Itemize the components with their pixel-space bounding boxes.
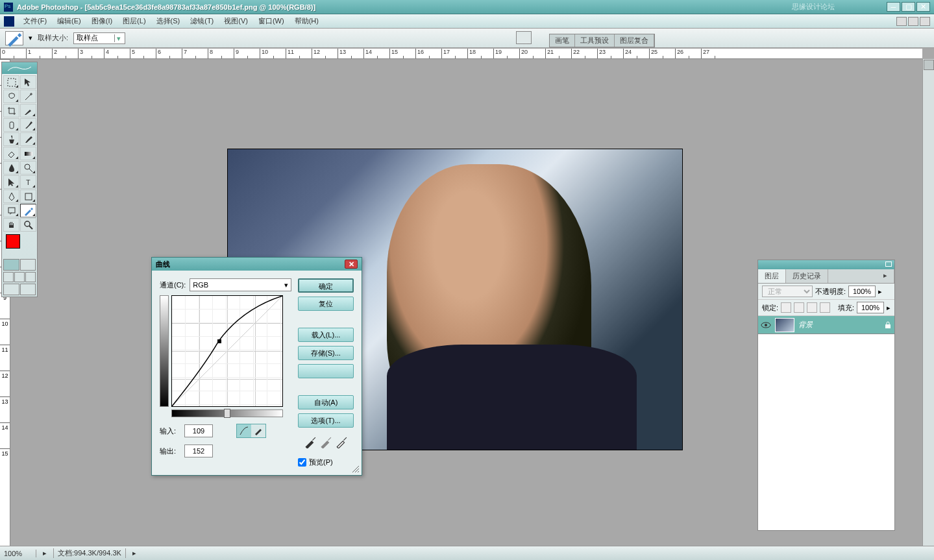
tab-history[interactable]: 历史记录 bbox=[786, 269, 828, 283]
shape-tool[interactable] bbox=[20, 189, 36, 203]
menu-image[interactable]: 图像(I) bbox=[86, 14, 117, 28]
resize-grip-icon[interactable] bbox=[351, 465, 359, 472]
maximize-button[interactable]: ▢ bbox=[902, 2, 915, 12]
menu-select[interactable]: 选择(S) bbox=[151, 14, 186, 28]
dodge-tool[interactable] bbox=[20, 161, 36, 175]
menu-help[interactable]: 帮助(H) bbox=[289, 14, 324, 28]
zoom-tool[interactable] bbox=[20, 218, 36, 232]
opacity-arrow-icon[interactable]: ▸ bbox=[878, 287, 882, 296]
preview-checkbox[interactable] bbox=[298, 458, 306, 467]
ruler-horizontal[interactable]: 0123456789101112131415161718192021222324… bbox=[0, 49, 922, 59]
layers-list[interactable]: 背景 bbox=[758, 316, 894, 530]
marquee-tool[interactable] bbox=[3, 75, 19, 89]
status-arrow-icon[interactable]: ▸ bbox=[132, 549, 136, 557]
foreground-color-swatch[interactable] bbox=[6, 234, 20, 249]
menu-view[interactable]: 视图(V) bbox=[219, 14, 253, 28]
pencil-mode-button[interactable] bbox=[251, 424, 265, 437]
lock-transparent-button[interactable] bbox=[781, 302, 791, 313]
history-brush-tool[interactable] bbox=[20, 132, 36, 146]
channel-select[interactable]: RGB ▾ bbox=[190, 278, 291, 291]
blur-tool[interactable] bbox=[3, 161, 19, 175]
lock-pixels-button[interactable] bbox=[794, 302, 804, 313]
standard-mode-button[interactable] bbox=[3, 259, 19, 271]
toolbox-header[interactable] bbox=[2, 62, 37, 74]
menu-file[interactable]: 文件(F) bbox=[18, 14, 52, 28]
quickmask-mode-button[interactable] bbox=[20, 259, 36, 271]
load-button[interactable]: 载入(L)... bbox=[298, 328, 354, 342]
move-tool[interactable] bbox=[20, 75, 36, 89]
options-button[interactable]: 选项(T)... bbox=[298, 413, 354, 428]
curve-graph[interactable] bbox=[171, 295, 283, 407]
tab-brushes[interactable]: 画笔 bbox=[550, 34, 575, 47]
palette-well-icon[interactable] bbox=[516, 31, 532, 44]
gradient-handle[interactable] bbox=[224, 409, 230, 418]
color-swatches[interactable] bbox=[3, 234, 36, 255]
screen-full-button[interactable] bbox=[25, 272, 36, 282]
eyedropper-white-icon[interactable] bbox=[336, 437, 347, 448]
panel-menu-icon[interactable]: ▸ bbox=[877, 269, 894, 283]
scrollbar-vertical[interactable] bbox=[922, 59, 934, 546]
pen-tool[interactable] bbox=[3, 189, 19, 203]
eyedropper-tool[interactable] bbox=[20, 204, 36, 217]
screen-standard-button[interactable] bbox=[3, 272, 14, 282]
doc-minimize-button[interactable] bbox=[896, 17, 907, 26]
status-arrow-icon[interactable]: ▸ bbox=[43, 549, 47, 557]
tool-preset-picker[interactable] bbox=[5, 31, 23, 45]
jump-to-button[interactable] bbox=[20, 284, 36, 295]
curve-point[interactable] bbox=[217, 339, 221, 343]
cancel-button[interactable]: 复位 bbox=[298, 297, 354, 311]
healing-brush-tool[interactable] bbox=[3, 118, 19, 132]
slice-tool[interactable] bbox=[20, 104, 36, 117]
clone-stamp-tool[interactable] bbox=[3, 132, 19, 146]
tab-layers[interactable]: 图层 bbox=[758, 269, 786, 283]
minimize-button[interactable]: ─ bbox=[887, 2, 900, 12]
auto-button[interactable]: 自动(A) bbox=[298, 395, 354, 409]
menu-window[interactable]: 窗口(W) bbox=[253, 14, 289, 28]
menu-filter[interactable]: 滤镜(T) bbox=[185, 14, 219, 28]
dropdown-caret-icon[interactable]: ▾ bbox=[29, 34, 32, 42]
brush-tool[interactable] bbox=[20, 118, 36, 132]
doc-restore-button[interactable] bbox=[908, 17, 918, 26]
tab-tool-presets[interactable]: 工具预设 bbox=[575, 34, 615, 47]
jump-to-imageready-button[interactable] bbox=[3, 284, 19, 295]
dialog-close-button[interactable]: ✕ bbox=[345, 260, 358, 269]
close-button[interactable]: ✕ bbox=[916, 2, 930, 12]
tab-layer-comps[interactable]: 图层复合 bbox=[615, 34, 654, 47]
screen-full-menu-button[interactable] bbox=[14, 272, 25, 282]
eraser-tool[interactable] bbox=[3, 147, 19, 160]
eyedropper-black-icon[interactable] bbox=[304, 437, 316, 448]
smooth-button[interactable] bbox=[298, 364, 354, 378]
sample-size-select[interactable]: 取样点 ▾ bbox=[73, 32, 125, 44]
gradient-tool[interactable] bbox=[20, 147, 36, 160]
eyedropper-gray-icon[interactable] bbox=[320, 437, 332, 448]
input-value-field[interactable] bbox=[184, 424, 213, 437]
hand-tool[interactable] bbox=[3, 218, 19, 232]
lock-all-button[interactable] bbox=[820, 302, 830, 313]
lasso-tool[interactable] bbox=[3, 90, 19, 103]
fill-arrow-icon[interactable]: ▸ bbox=[887, 304, 891, 312]
document-info[interactable]: 文档:994.3K/994.3K bbox=[53, 548, 126, 558]
zoom-level[interactable]: 100% bbox=[4, 550, 36, 557]
panel-header[interactable] bbox=[758, 260, 894, 269]
crop-tool[interactable] bbox=[3, 104, 19, 117]
magic-wand-tool[interactable] bbox=[20, 90, 36, 103]
layer-thumbnail[interactable] bbox=[775, 318, 794, 332]
doc-close-button[interactable] bbox=[920, 17, 930, 26]
blend-mode-select[interactable]: 正常 bbox=[762, 286, 813, 297]
curve-mode-button[interactable] bbox=[237, 424, 251, 437]
panel-minimize-icon[interactable] bbox=[885, 262, 892, 267]
fill-input[interactable] bbox=[857, 302, 884, 313]
output-value-field[interactable] bbox=[184, 444, 213, 457]
path-select-tool[interactable] bbox=[3, 175, 19, 189]
dialog-titlebar[interactable]: 曲线 ✕ bbox=[152, 258, 362, 271]
save-button[interactable]: 存储(S)... bbox=[298, 346, 354, 360]
scroll-up-icon[interactable] bbox=[924, 60, 934, 70]
lock-position-button[interactable] bbox=[807, 302, 817, 313]
type-tool[interactable]: T bbox=[20, 175, 36, 189]
layer-row[interactable]: 背景 bbox=[758, 316, 894, 334]
menu-layer[interactable]: 图层(L) bbox=[117, 14, 151, 28]
menu-edit[interactable]: 编辑(E) bbox=[52, 14, 86, 28]
input-gradient[interactable] bbox=[171, 409, 283, 417]
layer-name[interactable]: 背景 bbox=[798, 320, 880, 330]
ok-button[interactable]: 确定 bbox=[298, 278, 354, 293]
